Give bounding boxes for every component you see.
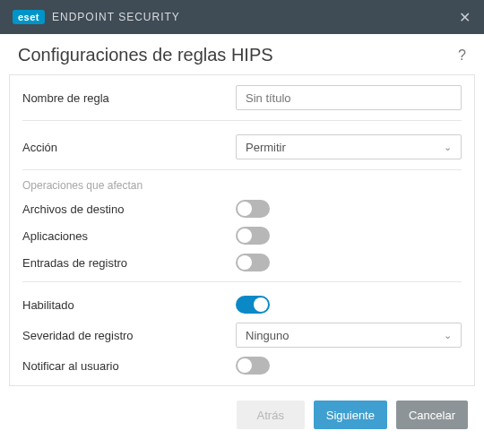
row-rule-name: Nombre de regla bbox=[22, 81, 462, 115]
brand-text: ENDPOINT SECURITY bbox=[52, 11, 180, 23]
target-files-label: Archivos de destino bbox=[22, 202, 236, 216]
operations-section-label: Operaciones que afectan bbox=[22, 179, 462, 192]
enabled-label: Habilitado bbox=[22, 298, 236, 312]
dialog-footer: Atrás Siguiente Cancelar bbox=[0, 386, 484, 429]
row-target-files: Archivos de destino bbox=[22, 195, 462, 222]
chevron-down-icon: ⌄ bbox=[444, 330, 452, 341]
separator bbox=[22, 169, 462, 170]
close-icon[interactable]: ✕ bbox=[459, 9, 471, 26]
back-button: Atrás bbox=[237, 401, 305, 429]
page-header: Configuraciones de reglas HIPS ? bbox=[0, 34, 484, 74]
titlebar: eset ENDPOINT SECURITY ✕ bbox=[0, 0, 484, 34]
row-enabled: Habilitado bbox=[22, 291, 462, 318]
row-notify-user: Notificar al usuario bbox=[22, 352, 462, 379]
settings-panel: Nombre de regla Acción Permitir ⌄ Operac… bbox=[9, 74, 475, 386]
action-label: Acción bbox=[22, 141, 236, 154]
action-selected-value: Permitir bbox=[246, 141, 286, 154]
row-log-severity: Severidad de registro Ninguno ⌄ bbox=[22, 318, 462, 352]
rule-name-label: Nombre de regla bbox=[22, 91, 236, 105]
log-severity-select[interactable]: Ninguno ⌄ bbox=[236, 323, 462, 348]
enabled-toggle[interactable] bbox=[236, 296, 270, 314]
next-button[interactable]: Siguiente bbox=[314, 401, 387, 429]
action-select[interactable]: Permitir ⌄ bbox=[236, 134, 462, 159]
notify-user-toggle[interactable] bbox=[236, 357, 270, 375]
target-files-toggle[interactable] bbox=[236, 200, 270, 218]
page-title: Configuraciones de reglas HIPS bbox=[18, 45, 273, 65]
brand-badge: eset bbox=[13, 10, 45, 24]
registry-entries-toggle[interactable] bbox=[236, 254, 270, 271]
rule-name-input[interactable] bbox=[236, 85, 462, 110]
help-icon[interactable]: ? bbox=[458, 47, 466, 64]
row-registry-entries: Entradas de registro bbox=[22, 249, 462, 276]
separator bbox=[22, 120, 462, 121]
log-severity-label: Severidad de registro bbox=[22, 329, 236, 342]
applications-label: Aplicaciones bbox=[22, 229, 236, 243]
row-action: Acción Permitir ⌄ bbox=[22, 130, 462, 164]
log-severity-selected-value: Ninguno bbox=[246, 329, 289, 342]
cancel-button[interactable]: Cancelar bbox=[396, 401, 468, 429]
applications-toggle[interactable] bbox=[236, 227, 270, 245]
registry-entries-label: Entradas de registro bbox=[22, 256, 236, 270]
chevron-down-icon: ⌄ bbox=[444, 142, 452, 153]
notify-user-label: Notificar al usuario bbox=[22, 359, 236, 373]
brand: eset ENDPOINT SECURITY bbox=[13, 10, 180, 24]
separator bbox=[22, 281, 462, 282]
row-applications: Aplicaciones bbox=[22, 222, 462, 249]
